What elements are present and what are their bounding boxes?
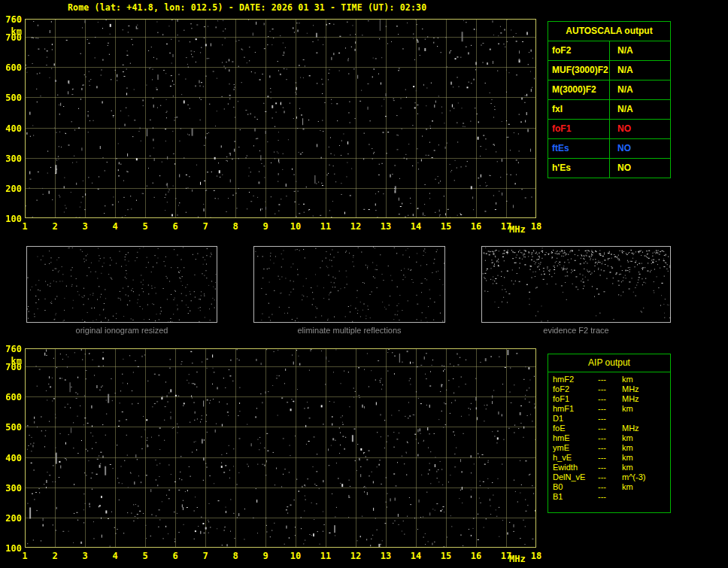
autoscala-param-value: N/A xyxy=(610,80,670,99)
x-axis-tick-label: 16 xyxy=(465,221,487,232)
y-axis-tick-label: 760 xyxy=(0,14,22,25)
panel-caption-eliminate-reflections: eliminate multiple reflections xyxy=(253,326,445,335)
ionogram-plot-secondary xyxy=(25,348,536,548)
aip-table-title: AIP output xyxy=(548,354,670,372)
aip-row: h_vE---km xyxy=(548,453,670,463)
aip-param-name: foF1 xyxy=(548,394,598,404)
aip-param-name: foF2 xyxy=(548,384,598,394)
aip-param-unit: MHz xyxy=(622,394,670,404)
autoscala-screen: Rome (lat: +41.8, lon: 012.5) - DATE: 20… xyxy=(0,0,728,568)
y-axis-tick-label: 500 xyxy=(0,422,22,433)
aip-param-name: DelN_vE xyxy=(548,472,598,482)
y-axis-tick-label: 300 xyxy=(0,153,22,164)
y-axis-unit-label: km xyxy=(0,26,22,37)
aip-param-name: B0 xyxy=(548,482,598,492)
aip-param-unit: MHz xyxy=(622,424,670,433)
y-axis-unit-label: km xyxy=(0,356,22,366)
x-axis-tick-label: 14 xyxy=(405,551,427,561)
y-axis-tick-label: 400 xyxy=(0,123,22,134)
aip-param-name: ymE xyxy=(548,443,598,453)
autoscala-param-value: N/A xyxy=(610,61,670,80)
autoscala-param-value: N/A xyxy=(610,100,670,119)
aip-param-name: hmF2 xyxy=(548,375,598,384)
aip-param-value: --- xyxy=(598,453,622,463)
panel-evidence-f2-trace xyxy=(481,246,671,323)
aip-param-unit: km xyxy=(622,404,670,414)
y-axis-tick-label: 600 xyxy=(0,392,22,402)
autoscala-row: M(3000)F2N/A xyxy=(548,80,670,100)
x-axis-tick-label: 10 xyxy=(284,551,307,561)
aip-row: hmF2---km xyxy=(548,375,670,384)
y-axis-tick-label: 300 xyxy=(0,483,22,494)
aip-row: DelN_vE---m^(-3) xyxy=(548,472,670,482)
autoscala-param-value: NO xyxy=(610,159,670,178)
aip-param-value: --- xyxy=(598,384,622,394)
aip-row: B1--- xyxy=(548,492,670,502)
aip-param-name: hmF1 xyxy=(548,404,598,414)
x-axis-tick-label: 8 xyxy=(224,221,247,232)
x-axis-tick-label: 11 xyxy=(314,551,337,561)
aip-param-value: --- xyxy=(598,375,622,384)
panel-caption-evidence-f2-trace: evidence F2 trace xyxy=(481,326,671,335)
aip-param-value: --- xyxy=(598,414,622,424)
x-axis-tick-label: 3 xyxy=(74,551,96,561)
autoscala-table-rows: foF2N/AMUF(3000)F2N/AM(3000)F2N/AfxIN/Af… xyxy=(548,41,670,178)
aip-param-unit xyxy=(622,414,670,424)
aip-param-name: D1 xyxy=(548,414,598,424)
x-axis-tick-label: 3 xyxy=(74,221,96,232)
aip-row: hmF1---km xyxy=(548,404,670,414)
aip-row: Ewidth---km xyxy=(548,463,670,472)
autoscala-param-label: foF2 xyxy=(548,41,610,60)
aip-param-value: --- xyxy=(598,472,622,482)
y-axis-tick-label: 400 xyxy=(0,453,22,463)
autoscala-param-label: MUF(3000)F2 xyxy=(548,61,610,80)
aip-param-value: --- xyxy=(598,492,622,502)
ionogram-plot-main xyxy=(25,19,536,218)
aip-param-value: --- xyxy=(598,482,622,492)
autoscala-param-label: h'Es xyxy=(548,159,610,178)
aip-param-name: foE xyxy=(548,424,598,433)
autoscala-param-label: foF1 xyxy=(548,120,610,138)
x-axis-tick-label: 5 xyxy=(134,551,156,561)
aip-param-value: --- xyxy=(598,433,622,443)
aip-row: ymE---km xyxy=(548,443,670,453)
autoscala-param-label: M(3000)F2 xyxy=(548,80,610,99)
autoscala-param-value: NO xyxy=(610,139,670,158)
x-axis-tick-label: 13 xyxy=(375,221,397,232)
aip-param-unit: km xyxy=(622,453,670,463)
autoscala-param-label: fxI xyxy=(548,100,610,119)
aip-param-unit: km xyxy=(622,443,670,453)
panel-eliminate-reflections xyxy=(253,246,445,323)
autoscala-output-table: AUTOSCALA output foF2N/AMUF(3000)F2N/AM(… xyxy=(548,21,671,178)
aip-param-name: B1 xyxy=(548,492,598,502)
x-axis-tick-label: 18 xyxy=(525,551,548,561)
x-axis-tick-label: 9 xyxy=(254,551,277,561)
x-axis-tick-label: 18 xyxy=(525,221,548,232)
x-axis-tick-label: 6 xyxy=(164,221,187,232)
aip-row: hmE---km xyxy=(548,433,670,443)
x-axis-tick-label: 2 xyxy=(44,551,66,561)
x-axis-tick-label: 15 xyxy=(435,221,457,232)
aip-row: foF1---MHz xyxy=(548,394,670,404)
aip-param-unit: km xyxy=(622,433,670,443)
autoscala-row: foF2N/A xyxy=(548,41,670,61)
aip-param-unit: km xyxy=(622,482,670,492)
aip-row: foF2---MHz xyxy=(548,384,670,394)
x-axis-unit-label: MHz xyxy=(509,554,526,564)
x-axis-tick-label: 4 xyxy=(104,551,126,561)
y-axis-tick-label: 600 xyxy=(0,62,22,73)
x-axis-tick-label: 6 xyxy=(164,551,187,561)
autoscala-param-label: ftEs xyxy=(548,139,610,158)
aip-param-value: --- xyxy=(598,404,622,414)
x-axis-tick-label: 13 xyxy=(375,551,397,561)
aip-param-value: --- xyxy=(598,463,622,472)
aip-param-name: Ewidth xyxy=(548,463,598,472)
x-axis-tick-label: 16 xyxy=(465,551,487,561)
x-axis-tick-label: 14 xyxy=(405,221,427,232)
x-axis-tick-label: 8 xyxy=(224,551,247,561)
x-axis-tick-label: 2 xyxy=(44,221,66,232)
aip-param-name: h_vE xyxy=(548,453,598,463)
x-axis-tick-label: 9 xyxy=(254,221,277,232)
x-axis-tick-label: 15 xyxy=(435,551,457,561)
aip-param-unit: m^(-3) xyxy=(622,472,670,482)
